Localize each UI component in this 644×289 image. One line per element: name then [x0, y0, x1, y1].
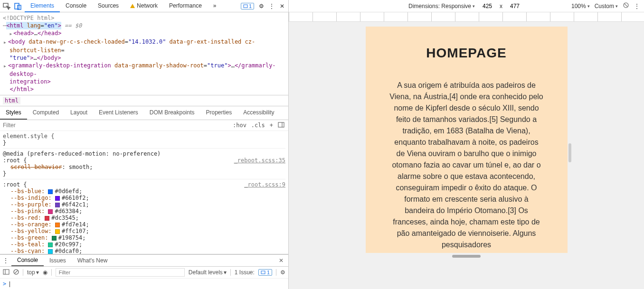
issue-info-badge[interactable]: 1: [258, 269, 272, 276]
sidebar-toggle-icon[interactable]: [278, 121, 284, 130]
color-swatch[interactable]: [48, 249, 53, 254]
device-toggle-icon[interactable]: [14, 2, 22, 10]
css-var-row[interactable]: --bs-cyan: #0dcaf0;: [3, 248, 285, 254]
color-swatch[interactable]: [45, 216, 49, 221]
dom-grammarly[interactable]: <grammarly-desktop-integration data-gram…: [3, 62, 285, 85]
tab-performance[interactable]: Performance: [163, 0, 208, 12]
tab-sources[interactable]: Sources: [92, 0, 124, 12]
rotate-icon[interactable]: [623, 2, 629, 10]
root-rule-1[interactable]: :root {: [3, 157, 27, 164]
svg-line-9: [15, 270, 18, 273]
tab-network[interactable]: Network: [124, 0, 163, 12]
console-prompt[interactable]: >: [0, 279, 288, 289]
tab-event-listeners[interactable]: Event Listeners: [93, 106, 144, 120]
tab-accessibility[interactable]: Accessibility: [237, 106, 280, 120]
console-sidebar-toggle-icon[interactable]: [3, 269, 9, 277]
tab-elements[interactable]: Elements: [25, 0, 60, 12]
viewport: HOMEPAGE A sua origem é atribuída aos pa…: [289, 22, 644, 289]
dimensions-dropdown[interactable]: Dimensions: Responsive: [408, 3, 475, 9]
css-var-row[interactable]: --bs-purple: #6f42c1;: [3, 201, 285, 208]
color-swatch[interactable]: [48, 242, 53, 247]
color-swatch[interactable]: [48, 189, 53, 194]
issue-count-label[interactable]: 1 Issue:: [235, 269, 255, 276]
css-var-row[interactable]: --bs-red: #dc3545;: [3, 214, 285, 221]
source-link-1[interactable]: _reboot.scss:35: [234, 157, 285, 164]
ruler[interactable]: [289, 12, 644, 22]
tab-layout[interactable]: Layout: [65, 106, 93, 120]
hov-toggle[interactable]: :hov: [233, 122, 246, 129]
css-var-row[interactable]: --bs-green: #198754;: [3, 234, 285, 241]
breadcrumb-item[interactable]: html: [3, 97, 20, 104]
tab-properties[interactable]: Properties: [200, 106, 238, 120]
color-swatch[interactable]: [48, 209, 53, 214]
css-var-row[interactable]: --bs-pink: #d63384;: [3, 208, 285, 214]
breadcrumb[interactable]: html: [0, 95, 288, 106]
svg-rect-3: [244, 5, 247, 8]
tab-dom-breakpoints[interactable]: DOM Breakpoints: [144, 106, 200, 120]
color-swatch[interactable]: [55, 229, 60, 234]
svg-rect-6: [3, 270, 9, 274]
add-rule-button[interactable]: +: [270, 122, 273, 129]
page-title: HOMEPAGE: [389, 46, 544, 61]
source-link-2[interactable]: _root.scss:9: [244, 181, 285, 188]
eye-icon[interactable]: ◉: [43, 269, 47, 276]
css-var-row[interactable]: --bs-indigo: #6610f2;: [3, 195, 285, 201]
color-swatch[interactable]: [55, 223, 60, 227]
dom-html-close[interactable]: </html>: [3, 85, 285, 93]
kebab-icon[interactable]: ⋮: [269, 3, 275, 9]
color-swatch[interactable]: [55, 196, 60, 201]
dom-tree[interactable]: <!DOCTYPE html> ⋯<html lang="en"> == $0 …: [0, 12, 288, 95]
zoom-dropdown[interactable]: 100%: [571, 3, 590, 9]
svg-rect-10: [261, 271, 265, 274]
console-settings-icon[interactable]: ⚙: [280, 269, 285, 276]
dom-body[interactable]: <body data-new-gr-c-s-check-loaded="14.1…: [3, 38, 285, 62]
root-rule-2[interactable]: :root {: [3, 181, 27, 188]
resize-handle-bottom[interactable]: [452, 255, 481, 258]
clear-console-icon[interactable]: [13, 269, 19, 276]
drawer-close-icon[interactable]: ✕: [274, 257, 288, 264]
element-style-rule[interactable]: element.style {: [3, 133, 54, 140]
log-levels-selector[interactable]: Default levels ▾: [189, 269, 227, 276]
styles-content[interactable]: element.style { } @media (prefers-reduce…: [0, 131, 288, 254]
drawer-tab-issues[interactable]: Issues: [44, 255, 72, 266]
console-filter-input[interactable]: [56, 268, 185, 277]
device-frame[interactable]: HOMEPAGE A sua origem é atribuída aos pa…: [366, 27, 568, 253]
resize-handle-right[interactable]: [568, 143, 571, 162]
css-var-row[interactable]: --bs-yellow: #ffc107;: [3, 228, 285, 234]
device-kebab-icon[interactable]: ⋮: [634, 3, 640, 9]
preview-pane: Dimensions: Responsive x 100% Custom ⋮ H…: [289, 0, 644, 289]
drawer-tab-console[interactable]: Console: [11, 255, 44, 266]
css-var-row[interactable]: --bs-blue: #0d6efd;: [3, 188, 285, 195]
devtools-panel: Elements Console Sources Network Perform…: [0, 0, 289, 289]
cls-toggle[interactable]: .cls: [251, 122, 265, 129]
css-var-row[interactable]: --bs-orange: #fd7e14;: [3, 221, 285, 228]
css-scroll-behavior[interactable]: scroll-behavior: [10, 164, 62, 170]
preset-dropdown[interactable]: Custom: [595, 3, 618, 9]
styles-filter-input[interactable]: [0, 120, 229, 131]
color-swatch[interactable]: [52, 236, 57, 241]
media-rule[interactable]: @media (prefers-reduced-motion: no-prefe…: [3, 150, 161, 157]
drawer-kebab-icon[interactable]: ⋮: [0, 257, 11, 264]
close-icon[interactable]: ✕: [280, 3, 284, 9]
gear-icon[interactable]: ⚙: [259, 3, 264, 9]
width-input[interactable]: [478, 3, 497, 9]
dom-doctype[interactable]: <!DOCTYPE html>: [3, 14, 285, 22]
issues-badge[interactable]: 1: [241, 3, 254, 9]
dom-html-open[interactable]: ⋯<html lang="en"> == $0: [3, 22, 285, 29]
page-text: A sua origem é atribuída aos padeiros de…: [389, 80, 544, 251]
css-var-row[interactable]: --bs-teal: #20c997;: [3, 241, 285, 248]
tab-more[interactable]: »: [208, 0, 222, 12]
dim-sep: x: [500, 3, 502, 9]
height-input[interactable]: [505, 3, 524, 9]
tab-computed[interactable]: Computed: [27, 106, 65, 120]
context-selector[interactable]: top ▾: [27, 269, 39, 276]
tab-console[interactable]: Console: [60, 0, 92, 12]
svg-rect-4: [278, 122, 284, 127]
tab-styles[interactable]: Styles: [0, 106, 27, 120]
devtools-header: Elements Console Sources Network Perform…: [0, 0, 288, 12]
drawer-tab-whatsnew[interactable]: What's New: [72, 255, 114, 266]
inspect-icon[interactable]: [3, 2, 10, 10]
color-swatch[interactable]: [55, 203, 60, 207]
dom-head[interactable]: <head>…</head>: [3, 29, 285, 38]
device-toolbar: Dimensions: Responsive x 100% Custom ⋮: [289, 0, 644, 12]
